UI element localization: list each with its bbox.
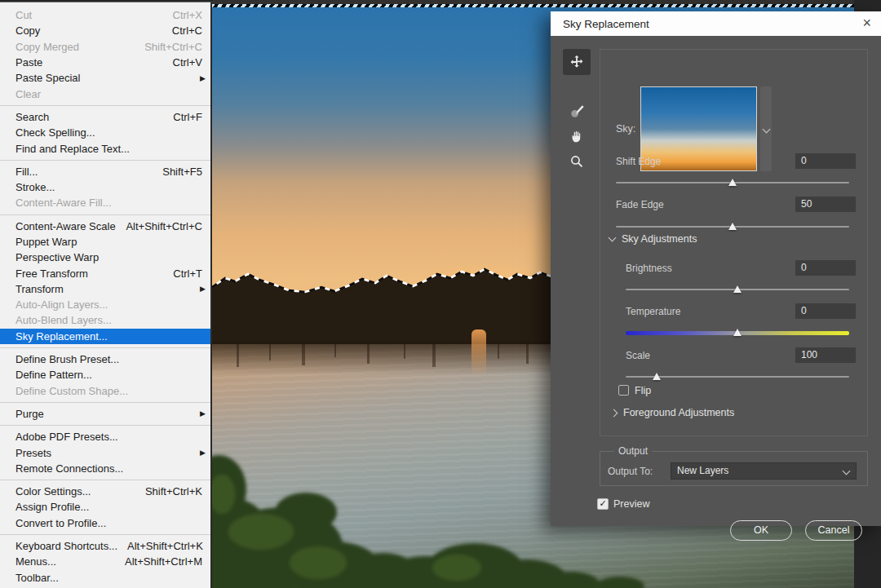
slider-thumb[interactable]	[733, 329, 742, 336]
slider-thumb[interactable]	[728, 179, 737, 186]
slider-thumb[interactable]	[653, 373, 661, 380]
menu-item-free-transform[interactable]: Free TransformCtrl+T	[0, 265, 210, 281]
menu-item-shortcut: Alt+Shift+Ctrl+M	[125, 555, 202, 568]
menu-item-menus[interactable]: Menus...Alt+Shift+Ctrl+M	[0, 554, 210, 569]
menu-item-check-spelling[interactable]: Check Spelling...	[0, 125, 210, 140]
shift-edge-value[interactable]: 0	[795, 153, 856, 169]
cancel-button[interactable]: Cancel	[805, 520, 862, 541]
move-tool-button[interactable]	[563, 49, 591, 75]
chevron-right-icon	[610, 409, 618, 417]
hand-tool-button[interactable]	[563, 123, 591, 149]
menu-item-label: Puppet Warp	[15, 236, 77, 248]
menu-item-shortcut: Alt+Shift+Ctrl+K	[127, 540, 203, 552]
menu-item-color-settings[interactable]: Color Settings...Shift+Ctrl+K	[0, 484, 210, 499]
menu-item-adobe-pdf-presets[interactable]: Adobe PDF Presets...	[0, 429, 210, 444]
slider-thumb[interactable]	[728, 223, 737, 230]
menu-item-shortcut: Ctrl+X	[173, 9, 202, 21]
move-icon	[569, 55, 584, 69]
menu-item-label: Copy Merged	[15, 41, 79, 53]
scale-label: Scale	[626, 350, 650, 361]
menu-item-label: Clear	[15, 88, 41, 100]
menu-item-shortcut: Shift+F5	[162, 166, 202, 178]
sky-preset-dropdown[interactable]	[760, 86, 772, 171]
menu-item-label: Toolbar...	[15, 572, 59, 584]
menu-item-shortcut: Ctrl+F	[173, 111, 202, 123]
menu-item-perspective-warp[interactable]: Perspective Warp	[0, 250, 210, 265]
menu-item-transform[interactable]: Transform▶	[0, 281, 210, 297]
temperature-slider[interactable]	[626, 327, 849, 338]
fade-edge-slider[interactable]	[616, 221, 849, 232]
menu-item-copy-merged[interactable]: Copy MergedShift+Ctrl+C	[0, 39, 210, 55]
menu-item-content-aware-fill[interactable]: Content-Aware Fill...	[0, 195, 210, 210]
menu-item-label: Free Transform	[15, 267, 88, 280]
menu-item-sky-replacement[interactable]: Sky Replacement...	[0, 329, 210, 344]
menu-item-label: Cut	[15, 9, 32, 21]
menu-item-find-replace[interactable]: Find and Replace Text...	[0, 140, 210, 156]
menu-item-convert-to-profile[interactable]: Convert to Profile...	[0, 515, 210, 531]
menu-item-fill[interactable]: Fill...Shift+F5	[0, 164, 210, 179]
slider-thumb[interactable]	[733, 285, 742, 293]
menu-item-label: Auto-Blend Layers...	[15, 314, 112, 326]
menu-item-label: Copy	[15, 24, 40, 37]
menu-item-label: Adobe PDF Presets...	[15, 431, 118, 443]
menu-item-auto-blend-layers[interactable]: Auto-Blend Layers...	[0, 312, 210, 328]
menu-item-purge[interactable]: Purge▶	[0, 406, 210, 422]
menu-item-cut[interactable]: CutCtrl+X	[0, 7, 210, 23]
menu-item-assign-profile[interactable]: Assign Profile...	[0, 499, 210, 515]
fade-edge-value[interactable]: 50	[795, 197, 856, 212]
temperature-label: Temperature	[626, 306, 680, 317]
menu-separator	[0, 160, 210, 161]
menu-item-paste[interactable]: PasteCtrl+V	[0, 55, 210, 70]
output-to-label: Output To:	[608, 466, 653, 477]
menu-item-copy[interactable]: CopyCtrl+C	[0, 23, 210, 38]
sky-adjustments-header[interactable]: Sky Adjustments	[609, 233, 697, 245]
flip-checkbox[interactable]	[618, 385, 629, 396]
menu-item-label: Fill...	[15, 166, 38, 178]
menu-item-presets[interactable]: Presets▶	[0, 444, 210, 460]
menu-item-auto-align-layers[interactable]: Auto-Align Layers...	[0, 297, 210, 312]
ok-button[interactable]: OK	[730, 520, 792, 541]
menu-item-label: Convert to Profile...	[15, 517, 106, 529]
scale-value[interactable]: 100	[795, 347, 856, 363]
menu-item-label: Find and Replace Text...	[15, 143, 130, 155]
temperature-value[interactable]: 0	[795, 303, 856, 319]
preview-checkbox[interactable]: ✓	[597, 498, 609, 510]
menu-item-shortcut: Alt+Shift+Ctrl+C	[126, 220, 202, 232]
menu-item-define-brush-preset[interactable]: Define Brush Preset...	[0, 351, 210, 367]
shift-edge-slider[interactable]	[616, 177, 849, 188]
menu-item-search[interactable]: SearchCtrl+F	[0, 109, 210, 125]
menu-item-label: Paste	[15, 56, 42, 69]
brightness-label: Brightness	[626, 263, 672, 274]
menu-item-label: Paste Special	[15, 72, 81, 84]
zoom-tool-button[interactable]	[563, 148, 591, 175]
scale-slider[interactable]	[626, 371, 849, 382]
submenu-arrow-icon: ▶	[200, 409, 206, 418]
close-icon[interactable]: ×	[862, 15, 871, 32]
output-to-dropdown[interactable]: New Layers	[671, 462, 857, 480]
menu-item-define-pattern[interactable]: Define Pattern...	[0, 367, 210, 382]
sky-label: Sky:	[616, 123, 635, 135]
menu-item-label: Auto-Align Layers...	[15, 298, 108, 311]
submenu-arrow-icon: ▶	[200, 449, 206, 457]
menu-item-clear[interactable]: Clear	[0, 86, 210, 101]
zoom-icon	[569, 154, 584, 169]
brightness-slider[interactable]	[626, 284, 849, 295]
output-group-label: Output	[614, 445, 652, 457]
menu-item-stroke[interactable]: Stroke...	[0, 179, 210, 195]
menu-item-label: Menus...	[15, 555, 56, 568]
brightness-value[interactable]: 0	[795, 260, 856, 276]
menu-item-paste-special[interactable]: Paste Special▶	[0, 70, 210, 86]
menu-item-label: Color Settings...	[15, 485, 91, 497]
sky-brush-tool-button[interactable]	[563, 98, 591, 124]
shift-edge-label: Shift Edge	[616, 156, 661, 167]
menu-item-label: Perspective Warp	[15, 251, 99, 263]
menu-item-content-aware-scale[interactable]: Content-Aware ScaleAlt+Shift+Ctrl+C	[0, 219, 210, 234]
menu-item-define-custom-shape[interactable]: Define Custom Shape...	[0, 383, 210, 399]
dialog-titlebar[interactable]: Sky Replacement ×	[551, 11, 881, 36]
menu-item-remote-connections[interactable]: Remote Connections...	[0, 461, 210, 476]
menu-item-keyboard-shortcuts[interactable]: Keyboard Shortcuts...Alt+Shift+Ctrl+K	[0, 538, 210, 554]
menu-item-toolbar[interactable]: Toolbar...	[0, 570, 210, 586]
foreground-adjustments-header[interactable]: Foreground Adjustments	[611, 407, 734, 418]
menu-item-shortcut: Ctrl+T	[173, 267, 202, 280]
menu-item-puppet-warp[interactable]: Puppet Warp	[0, 234, 210, 250]
